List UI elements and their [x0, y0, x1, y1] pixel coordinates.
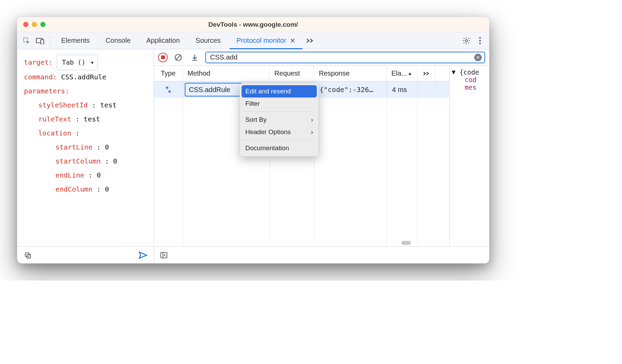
stylesheetid-input[interactable]: test — [100, 101, 117, 109]
tab-protocol-monitor[interactable]: Protocol monitor ✕ — [230, 32, 302, 49]
separator — [243, 112, 316, 112]
col-type[interactable]: Type — [154, 66, 183, 81]
ctx-documentation[interactable]: Documentation — [240, 142, 319, 154]
ruletext-input[interactable]: test — [83, 115, 100, 123]
clear-button[interactable] — [172, 52, 184, 63]
startline-input[interactable]: 0 — [105, 143, 109, 151]
svg-point-4 — [479, 37, 481, 39]
close-tab-icon[interactable]: ✕ — [290, 37, 296, 45]
separator — [243, 140, 316, 140]
command-editor-body: target: Tab () ▾ command: CSS.addRule pa… — [17, 49, 154, 246]
sort-asc-icon: ▲ — [408, 71, 412, 76]
minimize-window-button[interactable] — [32, 22, 37, 27]
target-select[interactable]: Tab () ▾ — [57, 55, 98, 70]
type-icon — [154, 81, 183, 98]
inspect-element-icon[interactable] — [21, 35, 32, 47]
startcolumn-input[interactable]: 0 — [113, 157, 117, 165]
separator — [50, 36, 50, 46]
ctx-edit-resend[interactable]: Edit and resend — [242, 85, 317, 98]
monitor-footer — [154, 246, 489, 263]
monitor-toolbar: CSS.add ✕ — [154, 49, 489, 66]
col-method[interactable]: Method — [183, 66, 270, 81]
traffic-lights — [23, 22, 46, 27]
copy-icon[interactable] — [22, 249, 34, 261]
command-editor-footer — [17, 246, 154, 263]
detail-pane: ▼ {code cod mes — [450, 66, 489, 246]
target-label: target — [24, 58, 49, 66]
svg-point-3 — [465, 39, 467, 41]
grid-body: CSS.addRule {"sty {"code":-326… 4 ms Edi… — [154, 81, 449, 246]
titlebar: DevTools - www.google.com/ — [17, 17, 489, 32]
endcolumn-input[interactable]: 0 — [105, 185, 109, 193]
svg-line-10 — [176, 55, 181, 60]
scrollbar-thumb[interactable] — [401, 241, 411, 245]
tab-console[interactable]: Console — [99, 32, 137, 49]
ctx-header-options[interactable]: Header Options› — [240, 126, 319, 138]
panel-tabbar: Elements Console Application Sources Pro… — [17, 32, 489, 49]
chevron-right-icon: › — [311, 128, 313, 136]
messages-grid: Type Method Request Response Ela...▲ — [154, 66, 450, 246]
filter-input[interactable]: CSS.add ✕ — [205, 52, 485, 63]
record-button[interactable] — [158, 53, 168, 62]
elapsed-cell: 4 ms — [387, 81, 418, 98]
endline-input[interactable]: 0 — [96, 171, 101, 179]
parameters-label: parameters — [24, 87, 65, 95]
ctx-sort-by[interactable]: Sort By› — [240, 114, 319, 126]
more-tabs-icon[interactable] — [304, 38, 315, 43]
content-area: target: Tab () ▾ command: CSS.addRule pa… — [17, 49, 489, 263]
toggle-sidebar-icon[interactable] — [158, 249, 170, 261]
col-elapsed[interactable]: Ela...▲ — [387, 66, 417, 81]
clear-filter-icon[interactable]: ✕ — [474, 54, 482, 61]
svg-point-6 — [479, 42, 481, 44]
svg-point-5 — [479, 40, 481, 41]
close-window-button[interactable] — [23, 22, 28, 27]
kebab-menu-icon[interactable] — [474, 35, 486, 47]
col-more[interactable] — [417, 66, 435, 81]
device-toolbar-icon[interactable] — [34, 35, 46, 47]
send-command-button[interactable] — [137, 249, 149, 261]
window-title: DevTools - www.google.com/ — [17, 21, 489, 28]
download-button[interactable] — [189, 52, 200, 63]
response-cell: {"code":-326… — [315, 81, 387, 98]
chevron-right-icon: › — [311, 116, 313, 124]
grid-wrap: Type Method Request Response Ela...▲ — [154, 66, 489, 246]
protocol-monitor-pane: CSS.add ✕ Type Method Request Response E… — [154, 49, 489, 263]
devtools-window: DevTools - www.google.com/ Elements Cons… — [17, 17, 489, 263]
command-editor-pane: target: Tab () ▾ command: CSS.addRule pa… — [17, 49, 154, 263]
col-request[interactable]: Request — [270, 66, 314, 81]
svg-rect-2 — [41, 40, 44, 44]
disclosure-triangle-icon[interactable]: ▼ — [452, 68, 455, 76]
chevron-down-icon: ▾ — [90, 56, 94, 69]
command-label: command — [24, 73, 53, 81]
settings-icon[interactable] — [461, 35, 472, 47]
maximize-window-button[interactable] — [40, 22, 46, 27]
context-menu: Edit and resend Filter Sort By› Header O… — [239, 83, 319, 157]
ctx-filter[interactable]: Filter — [240, 98, 319, 110]
tab-sources[interactable]: Sources — [189, 32, 228, 49]
tab-elements[interactable]: Elements — [54, 32, 96, 49]
command-value[interactable]: CSS.addRule — [61, 73, 106, 81]
tab-application[interactable]: Application — [140, 32, 187, 49]
col-response[interactable]: Response — [314, 66, 387, 81]
grid-header: Type Method Request Response Ela...▲ — [154, 66, 449, 81]
